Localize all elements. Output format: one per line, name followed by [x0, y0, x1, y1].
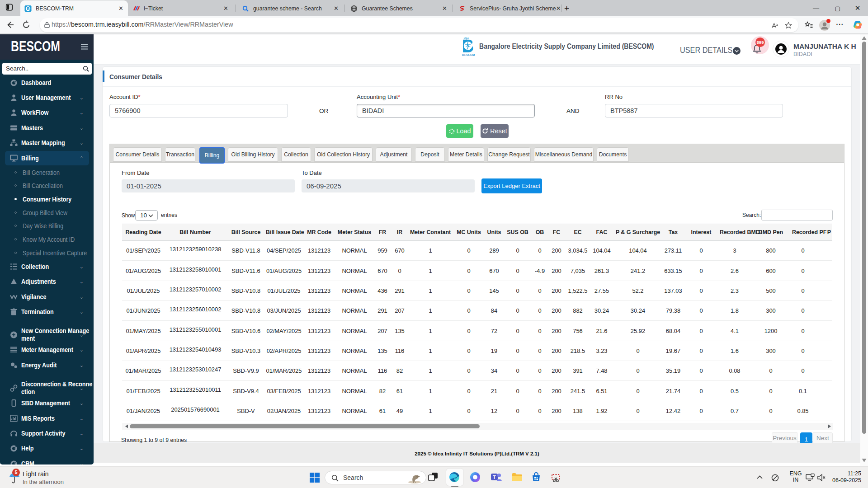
svg-text:T: T: [493, 474, 496, 480]
svg-text:ಬೆಸ್ಕಾಂ: ಬೆಸ್ಕಾಂ: [464, 37, 469, 40]
svg-text:B: B: [27, 6, 30, 11]
svg-text:BESCOM: BESCOM: [462, 53, 475, 56]
